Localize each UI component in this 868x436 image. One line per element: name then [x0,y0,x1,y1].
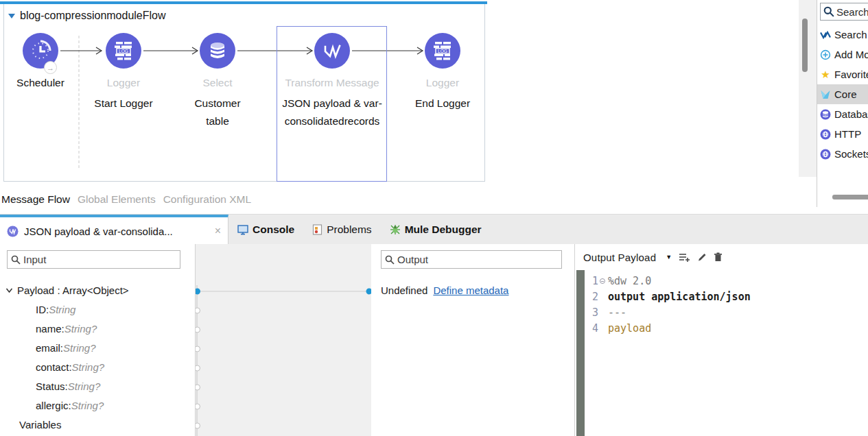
fold-minus-icon[interactable] [598,274,607,289]
palette-item-add-modules[interactable]: Add Modules [817,45,868,64]
palette-item-label: Database [834,108,868,120]
input-search-box[interactable] [7,250,180,269]
field-name: Status [36,380,65,392]
tree-field-contact[interactable]: contact : String? [0,357,195,376]
code-text: output application/json [598,289,751,305]
tab-transform-editor[interactable]: JSON payload & var-consolida... × [0,215,228,245]
dataweave-tab-icon [7,226,19,237]
svg-text:LOG: LOG [119,49,128,53]
tab-global-elements[interactable]: Global Elements [78,193,156,206]
output-search-input[interactable] [397,254,561,265]
mapping-connectors [196,244,371,436]
node-name-start-logger: Start Logger [94,95,152,112]
database-icon [820,109,831,120]
database-cylinder-icon [200,33,235,69]
problems-icon [312,224,322,235]
define-metadata-link[interactable]: Define metadata [433,284,508,296]
node-label-scheduler: Scheduler [16,77,64,89]
editor-tab-strip: JSON payload & var-consolida... × Consol… [0,214,868,244]
payload-tree: Payload : Array<Object> ID : String name… [0,280,195,434]
transform-message-node[interactable] [314,33,350,69]
tree-node-variables[interactable]: Variables [0,415,195,434]
palette-item-search-exchange[interactable]: Search in Exchange [817,25,868,45]
line-number: 1 [586,274,598,289]
palette-search-box[interactable] [820,3,868,21]
dw-output-selector[interactable]: Output Payload [583,252,656,263]
palette-search-input[interactable] [836,6,868,18]
code-text: --- [598,305,626,321]
http-icon [820,129,831,140]
tab-problems[interactable]: Problems [312,223,371,236]
code-line[interactable]: 1%dw 2.0 [586,274,651,289]
core-icon [820,89,831,100]
field-type: String? [64,323,97,335]
node-name-transform: JSON payload & var-consolidatedrecords [277,95,387,130]
palette-item-favorites[interactable]: ★ Favorites [817,64,868,84]
select-node[interactable] [200,33,235,69]
add-target-icon[interactable] [679,252,690,262]
output-metadata-panel: Undefined Define metadata [371,244,575,436]
input-metadata-panel: Payload : Array<Object> ID : String name… [0,244,196,436]
field-type: String? [71,400,104,411]
tree-field-name[interactable]: name : String? [0,319,195,338]
tree-field-status[interactable]: Status : String? [0,376,195,396]
scrollbar-thumb[interactable] [802,19,808,72]
palette-item-http[interactable]: HTTP [817,124,868,144]
output-status-row: Undefined Define metadata [381,281,566,300]
code-text: %dw 2.0 [607,274,651,289]
code-line[interactable]: 3--- [586,305,626,321]
dataweave-panel: Output Payload ▼ [575,244,868,436]
palette-item-label: Sockets [834,148,868,160]
log-icon: LOG [106,33,141,69]
chevron-down-icon[interactable]: ▼ [666,254,672,261]
output-search-box[interactable] [381,250,562,269]
editor-annotation-ruler [576,270,585,436]
field-name: allergic [36,400,69,411]
logger-node-end[interactable]: LOG [425,33,460,69]
node-type-logger-end: Logger [426,77,459,89]
logger-node-start[interactable]: LOG [106,33,141,69]
delete-trash-icon[interactable] [714,252,723,262]
svg-text:LOG: LOG [438,49,447,53]
add-circle-icon [820,49,831,60]
tree-field-email[interactable]: email : String? [0,338,195,357]
payload-root-name: Payload [17,284,54,296]
field-type: String? [68,380,101,392]
edit-pencil-icon[interactable] [697,252,707,262]
dataweave-code-editor[interactable]: 1%dw 2.0 2output application/json 3--- 4… [575,270,868,436]
input-search-input[interactable] [23,254,180,265]
debugger-bug-icon [390,224,401,235]
flow-canvas[interactable]: blog-compressionmoduleFlow → Scheduler [0,0,817,214]
close-icon[interactable]: × [215,225,221,237]
mule-palette: Search in Exchange Add Modules ★ Favorit… [817,0,868,207]
palette-item-core[interactable]: Core [817,84,868,104]
palette-item-database[interactable]: Database [817,104,868,124]
tree-node-payload[interactable]: Payload : Array<Object> [0,280,195,300]
node-type-transform: Transform Message [285,77,379,89]
code-line[interactable]: 2output application/json [586,289,751,305]
console-icon [237,225,248,235]
mapping-canvas[interactable] [196,244,371,436]
search-icon [385,255,395,265]
tab-console[interactable]: Console [237,223,294,236]
chevron-down-icon [5,287,13,294]
tree-field-allergic[interactable]: allergic : String? [0,396,195,415]
tab-label: Console [253,223,294,236]
field-name: name [36,323,62,335]
field-name: ID [36,304,46,315]
search-icon [823,6,834,17]
search-icon [11,255,21,265]
tab-label: Mule Debugger [405,223,482,236]
tab-label: JSON payload & var-consolida... [24,226,209,237]
palette-horizontal-scrollbar-thumb[interactable] [832,195,868,199]
tab-message-flow[interactable]: Message Flow [1,193,70,206]
payload-root-type: Array<Object> [62,284,129,296]
flow-connectors [0,0,487,185]
palette-item-sockets[interactable]: Sockets [817,144,868,164]
code-line[interactable]: 4payload [586,321,651,337]
variables-label: Variables [19,419,61,431]
canvas-vertical-scrollbar[interactable] [799,0,817,177]
tree-field-id[interactable]: ID : String [0,300,195,319]
tab-configuration-xml[interactable]: Configuration XML [163,193,251,206]
tab-mule-debugger[interactable]: Mule Debugger [390,223,482,236]
